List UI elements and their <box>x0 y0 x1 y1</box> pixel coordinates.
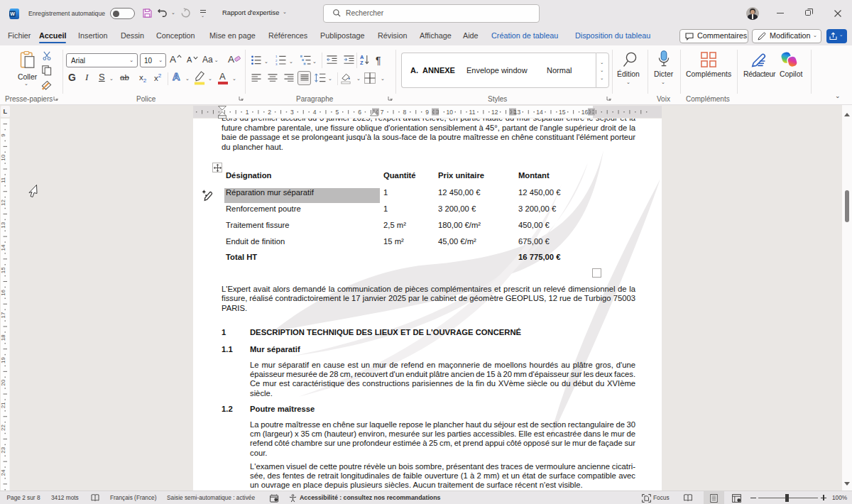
svg-text:11: 11 <box>0 177 6 183</box>
svg-text:9: 9 <box>425 109 429 116</box>
svg-text:9: 9 <box>0 133 6 137</box>
svg-text:14: 14 <box>536 109 543 116</box>
svg-text:16: 16 <box>0 289 6 295</box>
svg-text:20: 20 <box>0 379 6 385</box>
svg-text:W: W <box>10 11 15 16</box>
svg-text:4: 4 <box>313 109 317 116</box>
svg-text:3: 3 <box>290 109 294 116</box>
svg-text:23: 23 <box>0 447 6 453</box>
svg-text:8: 8 <box>403 109 407 116</box>
svg-text:10: 10 <box>447 109 454 116</box>
svg-text:18: 18 <box>0 334 6 341</box>
svg-text:2: 2 <box>275 59 278 62</box>
svg-text:14: 14 <box>0 244 6 251</box>
svg-text:16: 16 <box>581 109 589 116</box>
svg-text:19: 19 <box>0 357 6 363</box>
svg-text:1: 1 <box>275 55 278 58</box>
svg-text:12: 12 <box>0 199 6 206</box>
svg-text:1: 1 <box>246 109 249 116</box>
svg-text:2: 2 <box>268 109 271 116</box>
svg-text:6: 6 <box>358 109 361 116</box>
svg-text:13: 13 <box>0 221 6 228</box>
svg-text:24: 24 <box>0 469 6 476</box>
svg-text:5: 5 <box>335 109 339 116</box>
svg-text:21: 21 <box>0 402 6 408</box>
svg-text:11: 11 <box>469 109 476 116</box>
svg-text:22: 22 <box>0 424 6 431</box>
svg-text:Z: Z <box>360 60 364 66</box>
svg-text:3: 3 <box>275 62 278 66</box>
svg-text:7: 7 <box>381 109 384 116</box>
svg-text:12: 12 <box>491 109 498 116</box>
svg-text:15: 15 <box>0 267 6 273</box>
svg-text:13: 13 <box>514 109 521 116</box>
svg-text:17: 17 <box>0 312 6 318</box>
svg-text:15: 15 <box>559 109 566 116</box>
svg-text:10: 10 <box>0 154 6 160</box>
